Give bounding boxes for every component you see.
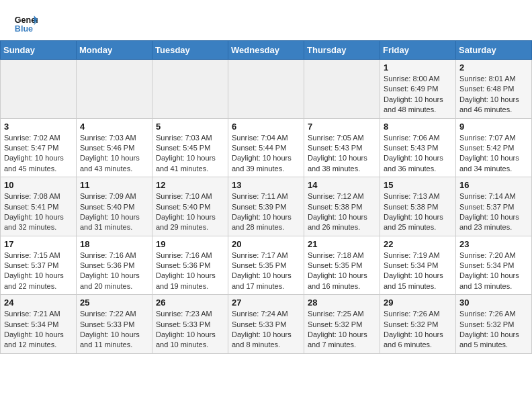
calendar-cell: 6Sunrise: 7:04 AM Sunset: 5:44 PM Daylig… [228, 118, 304, 177]
calendar-cell: 9Sunrise: 7:07 AM Sunset: 5:42 PM Daylig… [456, 118, 532, 177]
calendar-week-1: 1Sunrise: 8:00 AM Sunset: 6:49 PM Daylig… [1, 60, 532, 119]
day-detail: Sunrise: 7:18 AM Sunset: 5:35 PM Dayligh… [308, 250, 376, 292]
calendar-cell [228, 60, 304, 119]
calendar-week-3: 10Sunrise: 7:08 AM Sunset: 5:41 PM Dayli… [1, 177, 532, 236]
day-detail: Sunrise: 7:07 AM Sunset: 5:42 PM Dayligh… [459, 133, 528, 175]
day-detail: Sunrise: 7:26 AM Sunset: 5:32 PM Dayligh… [459, 309, 528, 351]
logo-icon: General Blue [13, 11, 38, 35]
day-number: 26 [156, 298, 224, 308]
calendar-week-5: 24Sunrise: 7:21 AM Sunset: 5:34 PM Dayli… [1, 295, 532, 354]
calendar-week-4: 17Sunrise: 7:15 AM Sunset: 5:37 PM Dayli… [1, 236, 532, 295]
day-number: 3 [4, 122, 73, 132]
calendar-cell: 22Sunrise: 7:19 AM Sunset: 5:34 PM Dayli… [380, 236, 456, 295]
day-detail: Sunrise: 7:03 AM Sunset: 5:45 PM Dayligh… [156, 133, 224, 175]
day-number: 19 [156, 239, 224, 249]
day-number: 28 [308, 298, 376, 308]
calendar-cell: 5Sunrise: 7:03 AM Sunset: 5:45 PM Daylig… [152, 118, 228, 177]
day-number: 1 [384, 62, 452, 73]
calendar-cell: 8Sunrise: 7:06 AM Sunset: 5:43 PM Daylig… [380, 118, 456, 177]
day-number: 10 [4, 180, 73, 190]
day-number: 4 [80, 122, 148, 132]
calendar-cell: 4Sunrise: 7:03 AM Sunset: 5:46 PM Daylig… [77, 118, 152, 177]
day-detail: Sunrise: 7:13 AM Sunset: 5:38 PM Dayligh… [384, 191, 452, 233]
day-number: 11 [80, 180, 148, 190]
day-detail: Sunrise: 7:02 AM Sunset: 5:47 PM Dayligh… [4, 133, 73, 175]
calendar-cell: 21Sunrise: 7:18 AM Sunset: 5:35 PM Dayli… [304, 236, 380, 295]
calendar-cell [1, 60, 77, 119]
weekday-header-saturday: Saturday [456, 41, 532, 60]
day-detail: Sunrise: 7:06 AM Sunset: 5:43 PM Dayligh… [384, 133, 452, 175]
day-detail: Sunrise: 7:24 AM Sunset: 5:33 PM Dayligh… [232, 309, 300, 351]
calendar-cell: 11Sunrise: 7:09 AM Sunset: 5:40 PM Dayli… [77, 177, 152, 236]
calendar-cell: 24Sunrise: 7:21 AM Sunset: 5:34 PM Dayli… [1, 295, 77, 354]
calendar-cell: 2Sunrise: 8:01 AM Sunset: 6:48 PM Daylig… [456, 60, 532, 119]
day-detail: Sunrise: 7:25 AM Sunset: 5:32 PM Dayligh… [308, 309, 376, 351]
day-detail: Sunrise: 7:11 AM Sunset: 5:39 PM Dayligh… [232, 191, 300, 233]
calendar-cell: 16Sunrise: 7:14 AM Sunset: 5:37 PM Dayli… [456, 177, 532, 236]
calendar-cell: 15Sunrise: 7:13 AM Sunset: 5:38 PM Dayli… [380, 177, 456, 236]
calendar-cell: 30Sunrise: 7:26 AM Sunset: 5:32 PM Dayli… [456, 295, 532, 354]
day-number: 7 [308, 122, 376, 132]
weekday-header-wednesday: Wednesday [228, 41, 304, 60]
day-number: 21 [308, 239, 376, 249]
calendar-cell: 12Sunrise: 7:10 AM Sunset: 5:40 PM Dayli… [152, 177, 228, 236]
weekday-header-monday: Monday [77, 41, 152, 60]
day-number: 5 [156, 122, 224, 132]
day-number: 30 [459, 298, 528, 308]
day-number: 13 [232, 180, 300, 190]
calendar-cell: 23Sunrise: 7:20 AM Sunset: 5:34 PM Dayli… [456, 236, 532, 295]
day-number: 20 [232, 239, 300, 249]
calendar-cell: 18Sunrise: 7:16 AM Sunset: 5:36 PM Dayli… [77, 236, 152, 295]
day-detail: Sunrise: 7:22 AM Sunset: 5:33 PM Dayligh… [80, 309, 148, 351]
calendar-cell: 13Sunrise: 7:11 AM Sunset: 5:39 PM Dayli… [228, 177, 304, 236]
day-detail: Sunrise: 7:08 AM Sunset: 5:41 PM Dayligh… [4, 191, 73, 233]
calendar-cell: 17Sunrise: 7:15 AM Sunset: 5:37 PM Dayli… [1, 236, 77, 295]
page-header: General Blue [0, 0, 532, 40]
day-number: 2 [459, 62, 528, 73]
weekday-header-sunday: Sunday [1, 41, 77, 60]
calendar-cell: 20Sunrise: 7:17 AM Sunset: 5:35 PM Dayli… [228, 236, 304, 295]
day-number: 17 [4, 239, 73, 249]
day-detail: Sunrise: 7:10 AM Sunset: 5:40 PM Dayligh… [156, 191, 224, 233]
weekday-header-friday: Friday [380, 41, 456, 60]
day-number: 24 [4, 298, 73, 308]
day-detail: Sunrise: 7:09 AM Sunset: 5:40 PM Dayligh… [80, 191, 148, 233]
day-detail: Sunrise: 8:00 AM Sunset: 6:49 PM Dayligh… [384, 74, 452, 116]
calendar-cell [304, 60, 380, 119]
day-detail: Sunrise: 7:14 AM Sunset: 5:37 PM Dayligh… [459, 191, 528, 233]
day-number: 8 [384, 122, 452, 132]
day-detail: Sunrise: 7:17 AM Sunset: 5:35 PM Dayligh… [232, 250, 300, 292]
logo: General Blue [13, 11, 38, 35]
day-number: 29 [384, 298, 452, 308]
svg-text:Blue: Blue [15, 24, 33, 34]
day-detail: Sunrise: 8:01 AM Sunset: 6:48 PM Dayligh… [459, 74, 528, 116]
weekday-header-tuesday: Tuesday [152, 41, 228, 60]
day-number: 14 [308, 180, 376, 190]
calendar-cell: 14Sunrise: 7:12 AM Sunset: 5:38 PM Dayli… [304, 177, 380, 236]
calendar-cell: 27Sunrise: 7:24 AM Sunset: 5:33 PM Dayli… [228, 295, 304, 354]
day-detail: Sunrise: 7:21 AM Sunset: 5:34 PM Dayligh… [4, 309, 73, 351]
calendar-cell: 7Sunrise: 7:05 AM Sunset: 5:43 PM Daylig… [304, 118, 380, 177]
calendar-cell: 19Sunrise: 7:16 AM Sunset: 5:36 PM Dayli… [152, 236, 228, 295]
day-detail: Sunrise: 7:05 AM Sunset: 5:43 PM Dayligh… [308, 133, 376, 175]
calendar-cell: 26Sunrise: 7:23 AM Sunset: 5:33 PM Dayli… [152, 295, 228, 354]
calendar-week-2: 3Sunrise: 7:02 AM Sunset: 5:47 PM Daylig… [1, 118, 532, 177]
day-detail: Sunrise: 7:16 AM Sunset: 5:36 PM Dayligh… [80, 250, 148, 292]
calendar-cell: 25Sunrise: 7:22 AM Sunset: 5:33 PM Dayli… [77, 295, 152, 354]
day-detail: Sunrise: 7:15 AM Sunset: 5:37 PM Dayligh… [4, 250, 73, 292]
day-detail: Sunrise: 7:16 AM Sunset: 5:36 PM Dayligh… [156, 250, 224, 292]
day-number: 18 [80, 239, 148, 249]
day-detail: Sunrise: 7:04 AM Sunset: 5:44 PM Dayligh… [232, 133, 300, 175]
day-number: 27 [232, 298, 300, 308]
calendar-cell [152, 60, 228, 119]
calendar-cell: 3Sunrise: 7:02 AM Sunset: 5:47 PM Daylig… [1, 118, 77, 177]
calendar-cell: 1Sunrise: 8:00 AM Sunset: 6:49 PM Daylig… [380, 60, 456, 119]
day-number: 23 [459, 239, 528, 249]
day-detail: Sunrise: 7:12 AM Sunset: 5:38 PM Dayligh… [308, 191, 376, 233]
calendar-table: SundayMondayTuesdayWednesdayThursdayFrid… [0, 40, 532, 354]
day-number: 9 [459, 122, 528, 132]
weekday-header-thursday: Thursday [304, 41, 380, 60]
day-number: 15 [384, 180, 452, 190]
calendar-cell: 29Sunrise: 7:26 AM Sunset: 5:32 PM Dayli… [380, 295, 456, 354]
day-number: 16 [459, 180, 528, 190]
